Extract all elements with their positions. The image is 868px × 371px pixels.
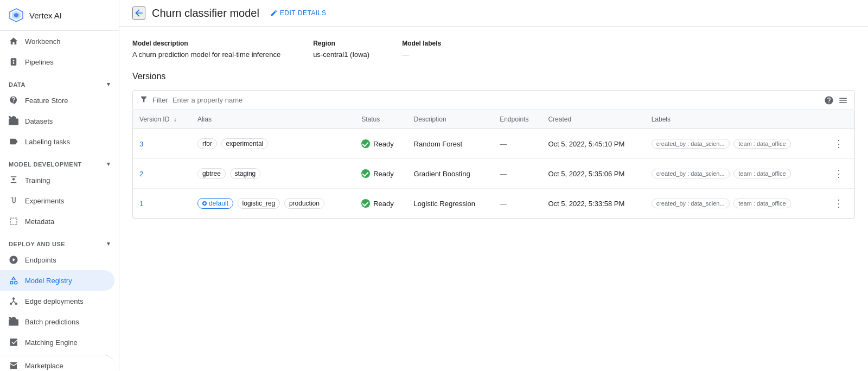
vertex-ai-logo-icon [9, 8, 24, 23]
versions-section: Versions Filter [132, 72, 855, 219]
datasets-icon [9, 116, 18, 126]
metadata-label: Metadata [25, 218, 54, 226]
status-ready-1: Ready [361, 199, 400, 208]
model-labels-value: — [402, 50, 441, 59]
edit-details-button[interactable]: EDIT DETAILS [266, 7, 331, 19]
endpoints-icon [9, 255, 18, 265]
row-menu-1[interactable]: ⋮ [829, 195, 848, 212]
back-button[interactable] [132, 7, 145, 20]
table-row: 1 default logistic_reg production [133, 189, 854, 219]
model-region-label: Region [313, 40, 369, 47]
model-registry-label: Model Registry [25, 277, 72, 285]
model-registry-icon [9, 276, 18, 285]
filter-help-button[interactable] [824, 95, 834, 105]
sidebar-item-experiments[interactable]: Experiments [0, 190, 114, 211]
tag-staging: staging [230, 168, 261, 179]
row-menu-2[interactable]: ⋮ [829, 165, 848, 182]
app-name: Vertex AI [29, 11, 62, 20]
labeling-tasks-label: Labeling tasks [25, 138, 70, 146]
endpoints-2: — [493, 159, 541, 189]
edge-deployments-label: Edge deployments [25, 297, 84, 305]
filter-columns-button[interactable] [838, 95, 848, 105]
model-labels-block: Model labels — [402, 40, 441, 59]
default-dot-icon [202, 201, 207, 206]
data-chevron-icon[interactable]: ▾ [107, 81, 111, 88]
main-content: Churn classifier model EDIT DETAILS Mode… [119, 0, 868, 371]
status-ready-3: Ready [361, 139, 400, 148]
edge-icon [9, 296, 18, 306]
col-actions [823, 110, 854, 129]
version-link-1[interactable]: 1 [139, 200, 143, 208]
filter-label: Filter [152, 96, 168, 104]
sidebar-item-matching-engine[interactable]: Matching Engine [0, 332, 114, 353]
model-labels-label: Model labels [402, 40, 441, 47]
model-dev-chevron-icon[interactable]: ▾ [107, 161, 111, 168]
table-row: 2 gbtree staging Ready [133, 159, 854, 189]
description-2: Gradient Boosting [407, 159, 494, 189]
matching-engine-label: Matching Engine [25, 338, 78, 347]
feature-store-icon [9, 95, 18, 105]
app-logo: Vertex AI [0, 0, 119, 31]
versions-table-wrapper: Version ID ↓ Alias Status Description [132, 110, 855, 219]
model-description-label: Model description [132, 40, 280, 47]
model-meta-row: Model description A churn prediction mod… [132, 40, 855, 59]
tag-default: default [197, 198, 233, 209]
sidebar: Vertex AI Workbench Pipelines DATA ▾ Fea… [0, 0, 119, 371]
datasets-label: Datasets [25, 117, 53, 125]
training-icon [9, 175, 18, 185]
filter-actions [824, 95, 848, 105]
filter-icon [139, 95, 148, 105]
sidebar-item-model-registry[interactable]: Model Registry [0, 270, 114, 291]
row-menu-3[interactable]: ⋮ [829, 136, 848, 152]
endpoints-1: — [493, 189, 541, 219]
top-bar: Churn classifier model EDIT DETAILS [119, 0, 868, 27]
sidebar-item-feature-store[interactable]: Feature Store [0, 90, 114, 111]
filter-bar: Filter [132, 90, 855, 110]
status-check-icon [361, 169, 370, 178]
sidebar-item-pipelines[interactable]: Pipelines [0, 52, 114, 72]
col-endpoints: Endpoints [493, 110, 541, 129]
col-status: Status [355, 110, 407, 129]
created-2: Oct 5, 2022, 5:35:06 PM [541, 159, 644, 189]
deploy-chevron-icon[interactable]: ▾ [107, 240, 111, 247]
filter-input[interactable] [173, 96, 820, 104]
versions-title: Versions [132, 72, 855, 81]
col-description: Description [407, 110, 494, 129]
marketplace-label: Marketplace [25, 362, 63, 370]
version-link-2[interactable]: 2 [139, 170, 143, 178]
sidebar-item-batch-predictions[interactable]: Batch predictions [0, 311, 114, 332]
experiments-icon [9, 196, 18, 206]
feature-store-label: Feature Store [25, 97, 68, 105]
label-chip-1-3: created_by : data_scien... [652, 139, 730, 149]
col-created: Created [541, 110, 644, 129]
sidebar-item-labeling-tasks[interactable]: Labeling tasks [0, 131, 114, 152]
tag-production: production [284, 198, 324, 209]
page-title: Churn classifier model [152, 7, 259, 20]
model-description-block: Model description A churn prediction mod… [132, 40, 280, 59]
experiments-label: Experiments [25, 197, 64, 205]
sidebar-item-endpoints[interactable]: Endpoints [0, 250, 114, 270]
col-version-id[interactable]: Version ID ↓ [133, 110, 191, 129]
sort-icon: ↓ [174, 116, 177, 123]
label-icon [9, 137, 18, 146]
endpoints-3: — [493, 129, 541, 159]
sidebar-item-edge-deployments[interactable]: Edge deployments [0, 291, 114, 311]
pipeline-icon [9, 57, 18, 67]
matching-icon [9, 337, 18, 347]
pipelines-label: Pipelines [25, 58, 54, 66]
tag-experimental: experimental [221, 138, 269, 149]
sidebar-item-training[interactable]: Training [0, 170, 114, 190]
training-label: Training [25, 176, 50, 184]
label-chip-1-1: created_by : data_scien... [652, 199, 730, 208]
version-link-3[interactable]: 3 [139, 140, 143, 148]
sidebar-item-workbench[interactable]: Workbench [0, 31, 114, 52]
endpoints-label: Endpoints [25, 256, 56, 264]
sidebar-item-metadata[interactable]: Metadata [0, 211, 114, 232]
section-model-development: MODEL DEVELOPMENT ▾ [0, 152, 119, 170]
sidebar-item-datasets[interactable]: Datasets [0, 111, 114, 131]
sidebar-item-marketplace[interactable]: Marketplace [0, 355, 114, 371]
marketplace-icon [9, 361, 18, 370]
model-description-value: A churn prediction model for real-time i… [132, 50, 280, 59]
workbench-label: Workbench [25, 37, 61, 46]
col-alias: Alias [191, 110, 355, 129]
